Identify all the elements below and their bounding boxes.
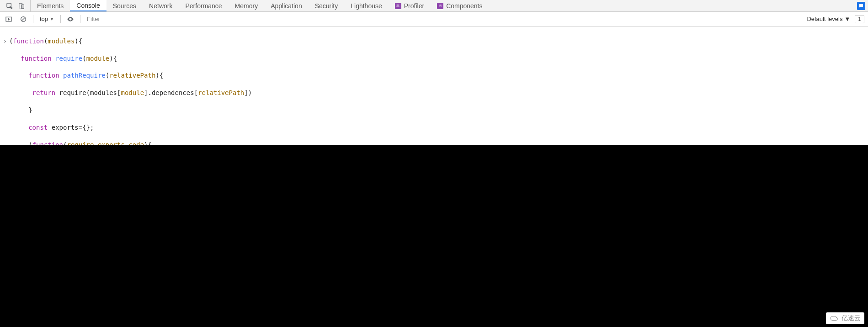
live-expression-icon[interactable] — [65, 14, 75, 24]
tab-console[interactable]: Console — [70, 0, 106, 11]
chevron-down-icon: ▼ — [50, 17, 54, 21]
tab-sources[interactable]: Sources — [107, 0, 143, 11]
level-label: Default levels — [807, 16, 842, 22]
tab-lighthouse[interactable]: Lighthouse — [344, 0, 389, 11]
react-components-icon: ⚛ — [437, 3, 443, 9]
context-selector[interactable]: top ▼ — [38, 16, 56, 22]
tabs-list: Elements Console Sources Network Perform… — [31, 0, 489, 11]
feedback-icon[interactable] — [857, 2, 865, 10]
cloud-icon — [830, 315, 839, 322]
console-toolbar: top ▼ Default levels ▼ 1 — [0, 12, 868, 26]
tab-security[interactable]: Security — [309, 0, 345, 11]
tab-label: Profiler — [404, 2, 424, 10]
tab-bar-left-icons — [1, 0, 31, 11]
separator — [80, 15, 80, 23]
tab-label: Application — [271, 2, 302, 10]
device-toolbar-icon[interactable] — [16, 1, 27, 11]
hidden-messages-count[interactable]: 1 — [855, 15, 864, 23]
tab-label: Performance — [185, 2, 222, 10]
tab-label: Components — [446, 2, 482, 10]
clear-console-icon[interactable] — [18, 14, 28, 24]
tab-label: Elements — [37, 2, 64, 10]
toggle-sidebar-icon[interactable] — [4, 14, 14, 24]
tab-label: Sources — [113, 2, 136, 10]
black-overlay — [0, 145, 868, 327]
tab-profiler[interactable]: ⚛Profiler — [389, 0, 431, 11]
inspect-icon[interactable] — [5, 1, 15, 11]
devtools-tab-bar: Elements Console Sources Network Perform… — [0, 0, 868, 12]
tab-components[interactable]: ⚛Components — [431, 0, 489, 11]
tab-network[interactable]: Network — [143, 0, 179, 11]
watermark: 亿速云 — [826, 312, 864, 324]
filter-input[interactable] — [85, 15, 802, 23]
tab-label: Lighthouse — [351, 2, 382, 10]
watermark-text: 亿速云 — [841, 314, 861, 322]
separator — [60, 15, 61, 23]
tab-memory[interactable]: Memory — [229, 0, 265, 11]
log-level-selector[interactable]: Default levels ▼ — [807, 16, 850, 22]
separator — [33, 15, 33, 23]
react-profiler-icon: ⚛ — [395, 3, 401, 9]
tab-label: Network — [149, 2, 172, 10]
toolbar-right: Default levels ▼ 1 — [807, 15, 864, 23]
tab-label: Console — [76, 2, 100, 9]
tab-application[interactable]: Application — [264, 0, 309, 11]
svg-point-5 — [70, 18, 71, 20]
tab-performance[interactable]: Performance — [179, 0, 228, 11]
tab-elements[interactable]: Elements — [31, 0, 70, 11]
context-label: top — [40, 16, 48, 22]
tab-bar-right — [857, 2, 867, 10]
input-prompt-icon: › — [1, 37, 9, 46]
chevron-down-icon: ▼ — [844, 16, 850, 22]
tab-label: Security — [315, 2, 338, 10]
tab-label: Memory — [235, 2, 258, 10]
